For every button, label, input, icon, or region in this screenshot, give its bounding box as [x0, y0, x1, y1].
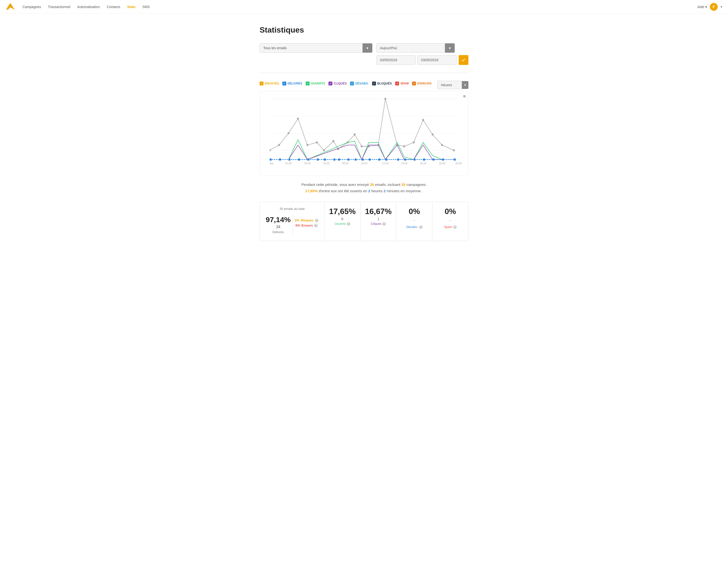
- stat-ouverts-num: 6: [328, 217, 356, 221]
- chart-legend: ENVOYÉS DÉLIVRÉS OUVERTS CLIQUÉS DÉSABO.…: [260, 82, 432, 85]
- svg-point-21: [354, 134, 356, 136]
- legend-envoyes[interactable]: ENVOYÉS: [260, 82, 279, 85]
- nav-stats[interactable]: Stats: [127, 5, 136, 9]
- legend-check-cliques: [328, 82, 332, 85]
- stat-cliques-label: Cliqués ?: [365, 222, 393, 226]
- summary-campagnes-count: 35: [402, 182, 406, 186]
- legend-spam[interactable]: SPAM: [395, 82, 409, 85]
- svg-text:12:00: 12:00: [382, 162, 388, 165]
- logo[interactable]: [6, 3, 15, 10]
- date-select[interactable]: Aujourd'hui: [376, 44, 455, 53]
- svg-point-31: [441, 144, 443, 146]
- legend-check-bloques: [372, 82, 376, 85]
- bloques-help-icon[interactable]: ?: [315, 219, 318, 222]
- svg-point-27: [403, 145, 405, 147]
- svg-rect-39: [324, 159, 326, 161]
- ouverts-help-icon[interactable]: ?: [347, 222, 350, 226]
- chart-controls: ENVOYÉS DÉLIVRÉS OUVERTS CLIQUÉS DÉSABO.…: [260, 81, 468, 89]
- stat-ouverts-label: Ouverts ?: [328, 222, 356, 226]
- legend-check-erreurs: [412, 82, 416, 85]
- svg-rect-34: [279, 159, 281, 161]
- legend-label-desabo: DÉSABO.: [355, 82, 369, 85]
- cliques-help-icon[interactable]: ?: [382, 222, 386, 226]
- user-avatar[interactable]: F: [710, 3, 718, 11]
- svg-rect-52: [433, 159, 435, 161]
- svg-point-16: [316, 141, 318, 144]
- stat-cliques-num: 1: [365, 217, 393, 221]
- stats-chart: 8 6 4 2: [270, 96, 463, 165]
- chart-container: ≡ 8 6 4 2: [260, 91, 468, 176]
- spam-help-icon[interactable]: ?: [453, 225, 457, 229]
- legend-check-desabo: [350, 82, 354, 85]
- svg-point-12: [278, 144, 280, 146]
- svg-rect-40: [333, 159, 335, 161]
- filters-section: Tous les emails ▾ Aujourd'hui ▾: [260, 44, 468, 65]
- stat-ouverts-pct: 17,65%: [328, 207, 356, 216]
- stat-card-desabo: 0% - Désabo. ?: [396, 202, 432, 241]
- legend-check-ouverts: [306, 82, 309, 85]
- svg-point-18: [332, 140, 334, 142]
- date-from-input[interactable]: [376, 55, 415, 65]
- legend-label-spam: SPAM: [400, 82, 409, 85]
- user-menu-chevron[interactable]: ▾: [721, 5, 722, 8]
- svg-text:10:00: 10:00: [361, 162, 367, 165]
- legend-erreurs[interactable]: ERREURS: [412, 82, 432, 85]
- legend-cliques[interactable]: CLIQUÉS: [328, 82, 347, 85]
- legend-desabo[interactable]: DÉSABO.: [350, 82, 369, 85]
- svg-text:06:00: 06:00: [323, 162, 329, 165]
- legend-check-spam: [395, 82, 399, 85]
- nav-campagnes[interactable]: Campagnes: [23, 5, 41, 9]
- legend-label-ouverts: OUVERTS: [311, 82, 325, 85]
- svg-rect-51: [423, 159, 425, 161]
- date-to-input[interactable]: [417, 55, 457, 65]
- stat-card-spam: 0% - Spam ?: [432, 202, 468, 241]
- legend-ouverts[interactable]: OUVERTS: [306, 82, 325, 85]
- legend-label-bloques: BLOQUÉS: [377, 82, 392, 85]
- navbar: Campagnes Transactionnel Automatisation …: [0, 0, 728, 14]
- nav-links: Campagnes Transactionnel Automatisation …: [23, 5, 697, 9]
- svg-rect-47: [385, 159, 387, 161]
- svg-point-25: [384, 98, 386, 100]
- stat-card-delivres: 35 emails au total 97,14% 34 Délivrés 0%…: [260, 202, 325, 241]
- heures-select-wrapper: Heures ▾: [437, 81, 468, 89]
- stat-spam-pct: 0%: [436, 207, 464, 216]
- date-range-row: [376, 55, 468, 65]
- nav-contacts[interactable]: Contacts: [107, 5, 120, 9]
- nav-automatisation[interactable]: Automatisation: [77, 5, 100, 9]
- chart-menu-button[interactable]: ≡: [463, 94, 466, 99]
- svg-rect-42: [348, 159, 350, 161]
- svg-point-29: [422, 119, 424, 121]
- svg-text:3. May: 3. May: [270, 162, 274, 165]
- aide-button[interactable]: Aide ▾: [697, 5, 707, 9]
- date-apply-button[interactable]: [459, 55, 468, 65]
- summary-text: Pendant cette période, vous avez envoyé …: [260, 181, 468, 194]
- svg-rect-33: [270, 159, 272, 161]
- time-granularity-select[interactable]: Heures: [437, 81, 462, 89]
- legend-label-envoyes: ENVOYÉS: [265, 82, 279, 85]
- stat-delivres-pct: 97,14%: [266, 215, 291, 224]
- svg-point-32: [453, 149, 455, 151]
- nav-right: Aide ▾ F ▾: [697, 3, 722, 11]
- svg-text:14:00: 14:00: [401, 162, 407, 165]
- chevron-down-icon: ▾: [705, 5, 707, 9]
- legend-label-delivres: DÉLIVRÉS: [288, 82, 302, 85]
- email-select[interactable]: Tous les emails: [260, 44, 372, 53]
- svg-text:02:00: 02:00: [285, 162, 292, 165]
- svg-point-17: [323, 149, 325, 151]
- svg-text:18:00: 18:00: [439, 162, 445, 165]
- legend-delivres[interactable]: DÉLIVRÉS: [282, 82, 302, 85]
- nav-transactionnel[interactable]: Transactionnel: [48, 5, 70, 9]
- stats-cards-row: 35 emails au total 97,14% 34 Délivrés 0%…: [260, 202, 468, 241]
- legend-bloques[interactable]: BLOQUÉS: [372, 82, 392, 85]
- stat-desabo-label: Désabo. ?: [400, 225, 428, 229]
- svg-rect-46: [378, 159, 380, 161]
- nav-sms[interactable]: SMS: [142, 5, 150, 9]
- svg-rect-41: [338, 159, 340, 161]
- svg-rect-45: [369, 159, 371, 161]
- erreurs-help-icon[interactable]: ?: [314, 224, 318, 227]
- svg-rect-37: [307, 159, 309, 161]
- summary-hours: 2: [368, 189, 370, 193]
- svg-rect-50: [414, 159, 416, 161]
- desabo-help-icon[interactable]: ?: [419, 225, 423, 229]
- svg-rect-38: [317, 159, 319, 161]
